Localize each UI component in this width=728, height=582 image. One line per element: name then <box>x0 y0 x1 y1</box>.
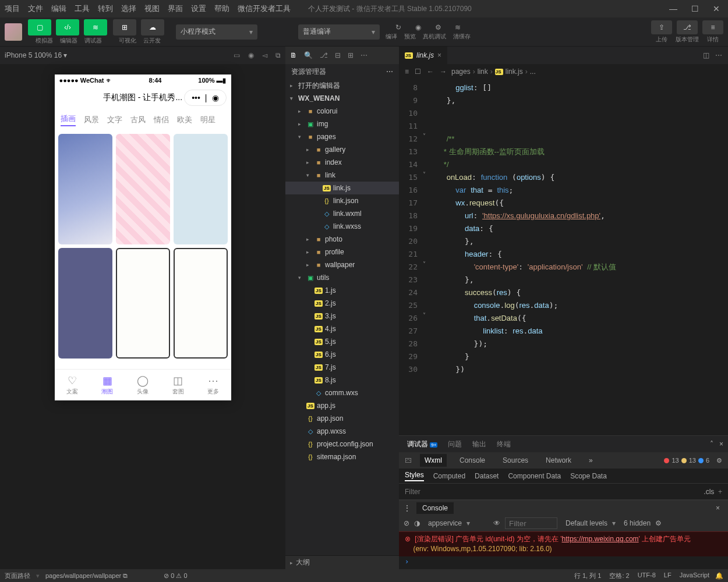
menu-视图[interactable]: 视图 <box>144 3 160 14</box>
context-select[interactable]: appservice <box>425 519 489 527</box>
notifications-icon[interactable]: 🔔 <box>715 572 723 580</box>
tab-wxml[interactable]: Wxml <box>420 454 447 467</box>
wallpaper-item[interactable] <box>116 248 170 359</box>
remote-debug-button[interactable]: ⚙ <box>429 23 447 31</box>
debugger-tab[interactable]: 输出 <box>472 439 486 449</box>
console-filter-input[interactable] <box>505 517 557 529</box>
phone-tab[interactable]: 文字 <box>107 115 122 125</box>
open-editors-section[interactable]: ▸打开的编辑器 <box>285 79 399 92</box>
menu-转到[interactable]: 转到 <box>98 3 113 14</box>
forward-icon[interactable]: → <box>440 68 447 76</box>
menu-选择[interactable]: 选择 <box>121 3 136 14</box>
console-toggle-icon[interactable]: ⋮ <box>404 504 411 512</box>
capsule-button[interactable]: •••|◉ <box>184 90 226 106</box>
collapse-panel-icon[interactable]: ˄ <box>710 440 713 448</box>
file-1.js[interactable]: JS1.js <box>285 284 399 297</box>
project-root[interactable]: ▾WX_WENAN <box>285 92 399 105</box>
file-colorui[interactable]: ▸■colorui <box>285 105 399 118</box>
file-gallery[interactable]: ▸■gallery <box>285 143 399 156</box>
style-tab[interactable]: Component Data <box>508 472 561 480</box>
menu-文件[interactable]: 文件 <box>28 3 43 14</box>
compile-button[interactable]: ↻ <box>390 23 407 31</box>
version-button[interactable]: ⎇ <box>677 20 698 34</box>
file-photo[interactable]: ▸■photo <box>285 233 399 246</box>
menu-微信开发者工具[interactable]: 微信开发者工具 <box>238 3 291 14</box>
file-wallpaper[interactable]: ▸■wallpaper <box>285 258 399 271</box>
phone-tabbar-item[interactable]: ◯头像 <box>137 374 149 396</box>
editor-button[interactable]: ‹/› <box>56 19 79 36</box>
status-diagnostics[interactable]: ⊘ 0 ⚠ 0 <box>164 572 187 580</box>
debugger-button[interactable]: ≋ <box>84 19 107 36</box>
add-style-icon[interactable]: + <box>718 488 722 496</box>
phone-tabbar-item[interactable]: ◫套图 <box>172 374 184 396</box>
search-tab-icon[interactable]: 🔍 <box>304 51 313 59</box>
console-tab[interactable]: Console <box>416 502 454 514</box>
maximize-button[interactable]: ☐ <box>688 4 702 13</box>
ext-tab-icon[interactable]: ⊞ <box>348 51 354 59</box>
toc-icon[interactable]: ≡ <box>405 68 409 76</box>
upload-button[interactable]: ⇪ <box>651 20 672 34</box>
phone-tab[interactable]: 古风 <box>130 115 146 125</box>
menu-帮助[interactable]: 帮助 <box>214 3 229 14</box>
file-img[interactable]: ▸▣img <box>285 118 399 130</box>
close-drawer-icon[interactable]: × <box>712 504 723 512</box>
phone-tab[interactable]: 风景 <box>84 115 99 125</box>
file-5.js[interactable]: JS5.js <box>285 335 399 348</box>
wallpaper-item[interactable] <box>174 134 228 244</box>
close-tab-icon[interactable]: × <box>437 51 441 59</box>
preview-button[interactable]: ◉ <box>409 23 427 31</box>
user-avatar[interactable] <box>5 23 22 41</box>
tab-network[interactable]: Network <box>541 454 576 467</box>
phone-tab[interactable]: 明星 <box>200 115 215 125</box>
menu-界面[interactable]: 界面 <box>168 3 183 14</box>
file-comm.wxs[interactable]: ◇comm.wxs <box>285 386 399 399</box>
file-link.js[interactable]: JSlink.js <box>285 182 399 194</box>
menu-项目[interactable]: 项目 <box>5 3 20 14</box>
editor-tab-linkjs[interactable]: JS link.js × <box>399 47 448 64</box>
file-utils[interactable]: ▾▣utils <box>285 271 399 284</box>
devtool-settings-icon[interactable]: ⚙ <box>716 457 722 464</box>
clear-console-icon[interactable]: ⊘ <box>404 519 409 527</box>
wallpaper-item[interactable] <box>58 134 112 244</box>
file-index[interactable]: ▸■index <box>285 156 399 169</box>
phone-simulator[interactable]: ●●●●● WeChat ᯤ 8:44 100% ▬▮ 手机潮图 - 让手机秀.… <box>55 74 231 400</box>
context-icon[interactable]: ◑ <box>414 519 420 527</box>
phone-tab[interactable]: 插画 <box>61 113 76 126</box>
eye-icon[interactable]: 👁 <box>493 519 500 527</box>
style-tab[interactable]: Dataset <box>475 472 499 480</box>
styles-filter[interactable]: Filter <box>405 488 420 496</box>
explorer-tab-icon[interactable]: 🗎 <box>290 51 297 59</box>
debugger-tab[interactable]: 终端 <box>497 439 511 449</box>
console-settings-icon[interactable]: ⚙ <box>655 519 662 527</box>
file-link.wxml[interactable]: ◇link.wxml <box>285 207 399 220</box>
compile-mode-select[interactable]: 普通编译 <box>298 24 380 40</box>
program-mode-select[interactable]: 小程序模式 <box>176 24 257 40</box>
file-6.js[interactable]: JS6.js <box>285 348 399 361</box>
file-link.json[interactable]: {}link.json <box>285 194 399 207</box>
menu-编辑[interactable]: 编辑 <box>51 3 66 14</box>
page-path[interactable]: pages/wallpaper/wallpaper ⧉ <box>45 572 128 580</box>
git-tab-icon[interactable]: ⎇ <box>320 51 328 59</box>
phone-tab[interactable]: 情侣 <box>154 115 169 125</box>
mute-icon[interactable]: ◅ <box>262 51 267 59</box>
close-panel-icon[interactable]: × <box>719 440 723 448</box>
more-actions-icon[interactable]: ⋯ <box>715 51 722 59</box>
file-app.wxss[interactable]: ◇app.wxss <box>285 425 399 438</box>
phone-tabbar-item[interactable]: ♡文案 <box>66 374 78 396</box>
error-link[interactable]: https://mp.weixin.qq.com <box>562 535 639 543</box>
wallpaper-item[interactable] <box>116 134 170 244</box>
bookmark-icon[interactable]: ☐ <box>415 68 421 76</box>
debug-tab-icon[interactable]: ⊟ <box>335 51 341 59</box>
status-item[interactable]: 空格: 2 <box>609 572 629 580</box>
simulator-button[interactable]: ▢ <box>28 19 51 36</box>
file-3.js[interactable]: JS3.js <box>285 310 399 322</box>
device-icon[interactable]: ▭ <box>234 51 240 59</box>
close-button[interactable]: ✕ <box>709 4 723 13</box>
cloud-button[interactable]: ☁ <box>141 19 164 36</box>
menu-工具[interactable]: 工具 <box>75 3 90 14</box>
details-button[interactable]: ≡ <box>702 20 723 34</box>
tab-console[interactable]: Console <box>455 454 490 467</box>
more-icon[interactable]: ⋯ <box>386 68 393 76</box>
style-tab[interactable]: Computed <box>433 472 465 480</box>
file-project.config.json[interactable]: {}project.config.json <box>285 438 399 450</box>
